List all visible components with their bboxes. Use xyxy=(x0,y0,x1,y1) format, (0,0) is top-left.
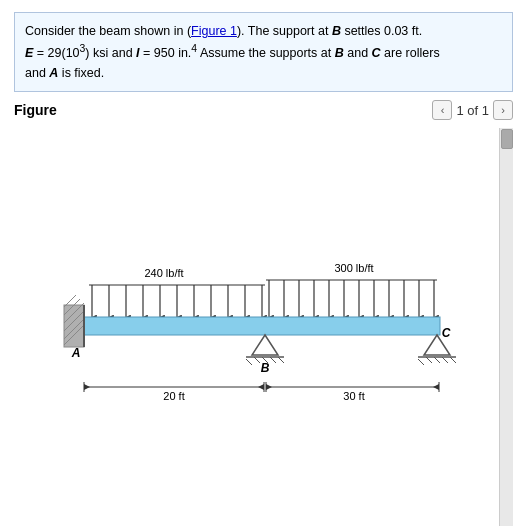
svg-line-43 xyxy=(278,357,284,363)
figure-title: Figure xyxy=(14,102,57,118)
figure-nav: ‹ 1 of 1 › xyxy=(432,100,513,120)
svg-text:C: C xyxy=(441,326,450,340)
figure-count: 1 of 1 xyxy=(456,103,489,118)
scrollbar[interactable] xyxy=(499,128,513,526)
scrollbar-thumb[interactable] xyxy=(501,129,513,149)
svg-marker-63 xyxy=(433,384,439,390)
svg-text:240 lb/ft: 240 lb/ft xyxy=(144,267,183,279)
figure-header: Figure ‹ 1 of 1 › xyxy=(14,100,513,122)
svg-text:A: A xyxy=(70,346,80,360)
svg-line-49 xyxy=(434,357,440,363)
svg-line-39 xyxy=(246,359,252,365)
svg-text:20 ft: 20 ft xyxy=(163,390,184,402)
svg-marker-56 xyxy=(84,384,90,390)
svg-line-47 xyxy=(418,359,424,365)
figure-content: 240 lb/ft 300 lb/ft xyxy=(14,128,513,526)
svg-line-42 xyxy=(270,357,276,363)
beam-diagram: 240 lb/ft 300 lb/ft xyxy=(54,217,474,437)
chevron-left-icon: ‹ xyxy=(441,104,445,116)
svg-line-40 xyxy=(254,357,260,363)
svg-text:B: B xyxy=(260,361,269,375)
svg-line-50 xyxy=(442,357,448,363)
svg-marker-37 xyxy=(252,335,278,355)
svg-marker-57 xyxy=(258,384,264,390)
svg-text:300 lb/ft: 300 lb/ft xyxy=(334,262,373,274)
figure-section: Figure ‹ 1 of 1 › 240 lb/ft xyxy=(0,100,527,526)
svg-line-51 xyxy=(450,357,456,363)
problem-box: Consider the beam shown in (Figure 1). T… xyxy=(14,12,513,92)
figure-prev-button[interactable]: ‹ xyxy=(432,100,452,120)
figure-link[interactable]: Figure 1 xyxy=(191,24,237,38)
svg-text:30 ft: 30 ft xyxy=(343,390,364,402)
svg-line-48 xyxy=(426,357,432,363)
figure-next-button[interactable]: › xyxy=(493,100,513,120)
problem-text-before-link: Consider the beam shown in ( xyxy=(25,24,191,38)
chevron-right-icon: › xyxy=(501,104,505,116)
svg-rect-27 xyxy=(82,317,440,335)
svg-marker-62 xyxy=(266,384,272,390)
